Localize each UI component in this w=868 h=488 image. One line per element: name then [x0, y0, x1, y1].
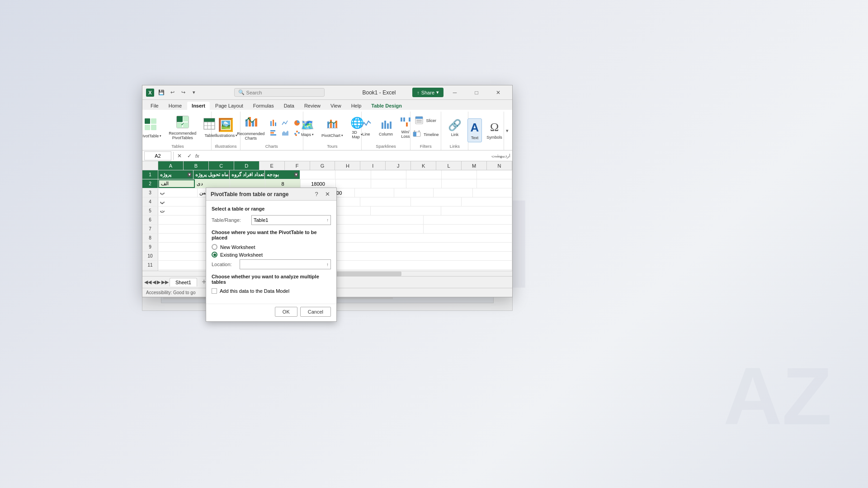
cell-B9[interactable]: [335, 243, 513, 251]
cell-F3[interactable]: [355, 188, 394, 197]
row-num-2[interactable]: 2: [142, 179, 158, 188]
cell-B2[interactable]: دی: [195, 179, 230, 188]
cell-D1[interactable]: بودجه ▾: [265, 170, 300, 179]
col-header-N[interactable]: N: [487, 161, 512, 170]
sheet-nav-first[interactable]: ◀◀: [144, 279, 151, 285]
cell-H3[interactable]: [434, 188, 473, 197]
pivotchart-button[interactable]: PivotChart ▾: [319, 116, 346, 140]
tab-review[interactable]: Review: [300, 102, 325, 110]
tab-insert[interactable]: Insert: [187, 102, 210, 110]
col-header-H[interactable]: H: [335, 161, 360, 170]
tab-file[interactable]: File: [146, 102, 163, 110]
col-header-F[interactable]: F: [285, 161, 310, 170]
col-header-G[interactable]: G: [310, 161, 335, 170]
column-sparkline-button[interactable]: Column: [376, 117, 396, 138]
cell-I3[interactable]: [473, 188, 512, 197]
cell-E5[interactable]: [441, 206, 512, 215]
cell-A3[interactable]: ب: [158, 188, 198, 197]
tab-page-layout[interactable]: Page Layout: [211, 102, 248, 110]
cell-G1[interactable]: [371, 170, 406, 179]
col-header-J[interactable]: J: [386, 161, 411, 170]
search-input[interactable]: [246, 90, 319, 95]
row-num-7[interactable]: 7: [142, 225, 158, 233]
col-header-M[interactable]: M: [462, 161, 487, 170]
col-header-D[interactable]: D: [234, 161, 259, 170]
row-num-6[interactable]: 6: [142, 216, 158, 224]
cell-reference-input[interactable]: [144, 151, 171, 160]
cell-I2[interactable]: [442, 179, 477, 188]
save-icon-btn[interactable]: 💾: [157, 88, 166, 97]
cell-B1[interactable]: ماه تحویل پروژه ▾: [193, 170, 230, 179]
cell-I1[interactable]: [442, 170, 477, 179]
cell-C6[interactable]: [335, 216, 424, 224]
cell-E4[interactable]: [360, 197, 411, 206]
line-chart-button[interactable]: [280, 118, 291, 127]
cell-D7[interactable]: [424, 225, 512, 233]
dialog-help-button[interactable]: ?: [312, 190, 321, 199]
cell-J1[interactable]: [477, 170, 512, 179]
cell-D5[interactable]: [371, 206, 442, 215]
timeline-button[interactable]: Timeline: [410, 128, 442, 141]
cell-C2[interactable]: [230, 179, 265, 188]
recommended-charts-button[interactable]: RecommendedCharts: [234, 113, 267, 142]
link-button[interactable]: 🔗 Link: [445, 117, 464, 139]
row-num-11[interactable]: 11: [142, 261, 158, 269]
row-num-4[interactable]: 4: [142, 197, 158, 206]
share-button[interactable]: ↑ Share ▾: [412, 88, 443, 97]
line-sparkline-button[interactable]: Line: [358, 117, 374, 138]
col-header-I[interactable]: I: [360, 161, 386, 170]
sheet-nav-next[interactable]: ▶: [157, 279, 160, 285]
dialog-location-input[interactable]: ↑: [240, 259, 331, 269]
cell-F2[interactable]: [336, 179, 371, 188]
tab-home[interactable]: Home: [164, 102, 186, 110]
close-button[interactable]: ✕: [488, 85, 509, 100]
text-button[interactable]: A Text: [467, 118, 482, 142]
sheet-tab-1[interactable]: Sheet1: [170, 278, 197, 286]
bar-chart-button[interactable]: [268, 128, 279, 137]
row-num-8[interactable]: 8: [142, 234, 158, 242]
ribbon-expand-btn[interactable]: ▾: [504, 112, 510, 150]
cell-D2[interactable]: 8: [265, 179, 301, 188]
dialog-table-range-input[interactable]: Table1 ↑: [251, 215, 331, 225]
col-header-C[interactable]: C: [209, 161, 234, 170]
slicer-button[interactable]: Slicer: [412, 114, 439, 127]
cell-H2[interactable]: [406, 179, 442, 188]
area-chart-button[interactable]: [280, 128, 291, 137]
col-header-L[interactable]: L: [436, 161, 462, 170]
pivottable-button[interactable]: PivotTable ▾: [142, 116, 164, 140]
maps-button[interactable]: 🗺️ Maps ▾: [298, 117, 317, 139]
cell-G2[interactable]: [371, 179, 406, 188]
sheet-nav-prev[interactable]: ◀: [152, 279, 156, 285]
cell-G3[interactable]: [394, 188, 434, 197]
symbols-button[interactable]: Ω Symbols: [484, 119, 505, 141]
dialog-checkbox[interactable]: [212, 288, 217, 294]
minimize-button[interactable]: ─: [444, 85, 465, 100]
cell-F4[interactable]: [411, 197, 462, 206]
cell-B8[interactable]: [335, 234, 513, 242]
undo-btn[interactable]: ↩: [168, 88, 177, 97]
tab-help[interactable]: Help: [347, 102, 366, 110]
cell-A4[interactable]: پ: [158, 197, 209, 206]
cell-E1[interactable]: [300, 170, 335, 179]
tab-view[interactable]: View: [326, 102, 346, 110]
row-num-1[interactable]: 1: [142, 170, 158, 179]
dialog-ok-button[interactable]: OK: [275, 307, 297, 317]
cell-C7[interactable]: [335, 225, 424, 233]
cell-G4[interactable]: [462, 197, 512, 206]
tab-formulas[interactable]: Formulas: [249, 102, 278, 110]
row-num-5[interactable]: 5: [142, 206, 158, 215]
cell-F1[interactable]: [335, 170, 371, 179]
sheet-nav-last[interactable]: ▶▶: [161, 279, 169, 285]
row-num-3[interactable]: 3: [142, 188, 158, 197]
row-num-10[interactable]: 10: [142, 252, 158, 260]
tab-data[interactable]: Data: [279, 102, 299, 110]
cell-A2[interactable]: الف: [158, 179, 195, 188]
col-header-K[interactable]: K: [411, 161, 436, 170]
cell-C1[interactable]: تعداد افراد گروه ▾: [230, 170, 265, 179]
recommended-pivottables-button[interactable]: ✓ RecommendedPivotTables: [166, 114, 199, 142]
redo-btn[interactable]: ↪: [179, 88, 188, 97]
dialog-radio-existing[interactable]: Existing Worksheet: [212, 252, 331, 258]
col-header-E[interactable]: E: [259, 161, 285, 170]
cell-D6[interactable]: [424, 216, 512, 224]
tab-table-design[interactable]: Table Design: [367, 102, 406, 110]
